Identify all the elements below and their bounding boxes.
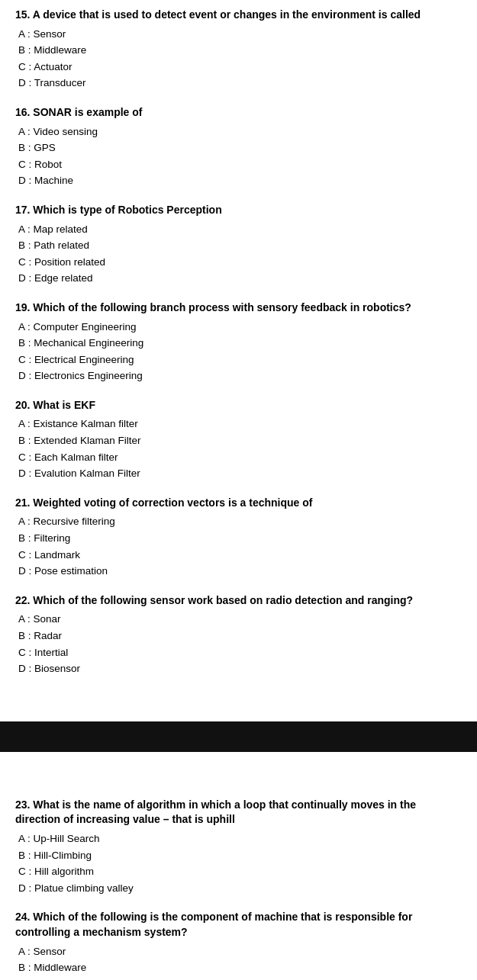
question-block-q21: 21. Weighted voting of correction vector…	[15, 496, 462, 580]
option-q21-3: D : Pose estimation	[15, 563, 462, 580]
question-block-q17: 17. Which is type of Robotics Perception…	[15, 203, 462, 287]
option-q22-2: C : Intertial	[15, 644, 462, 661]
option-q15-0: A : Sensor	[15, 26, 462, 43]
option-q15-1: B : Middleware	[15, 42, 462, 59]
question-text-q19: 19. Which of the following branch proces…	[15, 300, 462, 316]
option-q17-2: C : Position related	[15, 254, 462, 271]
option-q20-1: B : Extended Klaman Filter	[15, 432, 462, 449]
question-block-q23: 23. What is the name of algorithm in whi…	[15, 798, 462, 897]
option-q19-1: B : Mechanical Engineering	[15, 335, 462, 352]
option-q21-1: B : Filtering	[15, 530, 462, 547]
option-q20-2: C : Each Kalman filter	[15, 449, 462, 466]
option-q20-0: A : Existance Kalman filter	[15, 416, 462, 432]
option-q21-0: A : Recursive filtering	[15, 513, 462, 530]
option-q22-3: D : Biosensor	[15, 660, 462, 677]
option-q19-2: C : Electrical Engineering	[15, 352, 462, 368]
option-q16-1: B : GPS	[15, 140, 462, 156]
page-divider	[0, 721, 477, 752]
page-content-2: 23. What is the name of algorithm in whi…	[0, 790, 477, 980]
question-text-q15: 15. A device that is used to detect even…	[15, 8, 462, 23]
option-q16-2: C : Robot	[15, 156, 462, 173]
question-text-q24: 24. Which of the following is the compon…	[15, 910, 462, 940]
question-block-q24: 24. Which of the following is the compon…	[15, 910, 462, 980]
option-q16-3: D : Machine	[15, 172, 462, 189]
question-block-q16: 16. SONAR is example ofA : Video sensing…	[15, 105, 462, 189]
option-q19-0: A : Computer Engineering	[15, 319, 462, 336]
question-text-q17: 17. Which is type of Robotics Perception	[15, 203, 462, 218]
option-q15-2: C : Actuator	[15, 59, 462, 76]
question-text-q21: 21. Weighted voting of correction vector…	[15, 496, 462, 511]
option-q22-1: B : Radar	[15, 628, 462, 644]
option-q23-3: D : Platue climbing valley	[15, 880, 462, 897]
option-q22-0: A : Sonar	[15, 611, 462, 628]
option-q24-1: B : Middleware	[15, 959, 462, 976]
option-q17-1: B : Path related	[15, 237, 462, 254]
question-block-q20: 20. What is EKFA : Existance Kalman filt…	[15, 398, 462, 482]
question-text-q20: 20. What is EKF	[15, 398, 462, 413]
option-q24-2: C : Actuator	[15, 976, 462, 980]
question-text-q22: 22. Which of the following sensor work b…	[15, 593, 462, 609]
option-q20-3: D : Evalution Kalman Filter	[15, 465, 462, 482]
option-q24-0: A : Sensor	[15, 943, 462, 960]
option-q17-0: A : Map related	[15, 221, 462, 238]
page-content: 15. A device that is used to detect even…	[0, 0, 477, 706]
question-text-q23: 23. What is the name of algorithm in whi…	[15, 798, 462, 827]
question-block-q15: 15. A device that is used to detect even…	[15, 8, 462, 92]
option-q23-1: B : Hill-Climbing	[15, 847, 462, 864]
question-block-q19: 19. Which of the following branch proces…	[15, 300, 462, 384]
option-q17-3: D : Edge related	[15, 270, 462, 287]
question-text-q16: 16. SONAR is example of	[15, 105, 462, 120]
option-q21-2: C : Landmark	[15, 547, 462, 564]
option-q16-0: A : Video sensing	[15, 124, 462, 140]
option-q23-2: C : Hill algorithm	[15, 863, 462, 880]
option-q19-3: D : Electronics Engineering	[15, 368, 462, 384]
question-block-q22: 22. Which of the following sensor work b…	[15, 593, 462, 677]
option-q23-0: A : Up-Hill Search	[15, 831, 462, 847]
option-q15-3: D : Transducer	[15, 75, 462, 92]
spacer	[0, 767, 477, 790]
